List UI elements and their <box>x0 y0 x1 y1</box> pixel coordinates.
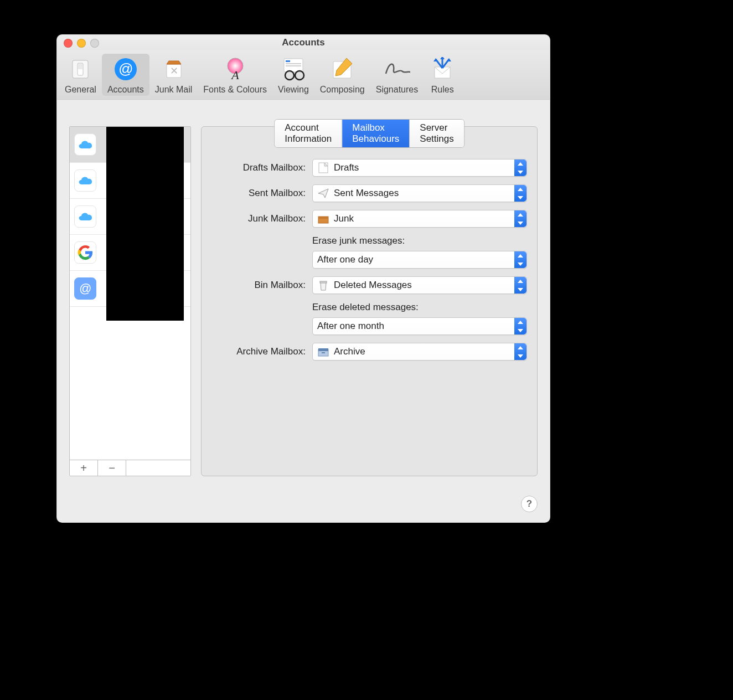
rules-icon <box>429 56 456 83</box>
archive-value: Archive <box>334 346 365 357</box>
drafts-mailbox-select[interactable]: Drafts <box>312 159 527 177</box>
paper-plane-icon <box>317 187 329 199</box>
toolbar-signatures[interactable]: Signatures <box>370 54 424 96</box>
at-icon: @ <box>112 56 139 83</box>
stepper-icon <box>514 251 526 268</box>
erase-junk-row: After one day <box>211 251 527 269</box>
sent-value: Sent Messages <box>334 188 399 199</box>
archive-icon <box>317 346 329 358</box>
accounts-sidebar: @ + − <box>69 126 191 476</box>
svg-rect-11 <box>286 63 301 64</box>
close-window-button[interactable] <box>64 39 73 48</box>
junk-value: Junk <box>334 213 354 224</box>
erase-junk-value: After one day <box>317 254 373 265</box>
sent-mailbox-select[interactable]: Sent Messages <box>312 184 527 202</box>
window-title: Accounts <box>282 37 324 48</box>
mailbox-behaviours-form: Drafts Mailbox: Drafts Sent Mailbox: <box>211 159 527 368</box>
junk-box-icon <box>317 213 329 225</box>
google-icon <box>74 241 96 264</box>
icloud-icon <box>74 205 96 228</box>
archive-mailbox-select[interactable]: Archive <box>312 343 527 361</box>
generic-at-icon: @ <box>74 277 96 300</box>
drafts-row: Drafts Mailbox: Drafts <box>211 159 527 177</box>
content-area: @ + − Account Information Mailbox Behavi… <box>57 110 550 522</box>
toolbar-composing[interactable]: Composing <box>314 54 370 96</box>
compose-icon <box>329 56 355 83</box>
zoom-window-button[interactable] <box>90 39 99 48</box>
bin-row: Bin Mailbox: Deleted Messages <box>211 276 527 294</box>
svg-text:@: @ <box>118 60 133 77</box>
tab-account-information[interactable]: Account Information <box>275 120 342 147</box>
toolbar-label: Junk Mail <box>155 85 193 95</box>
drafts-value: Drafts <box>334 162 359 173</box>
stepper-icon <box>514 159 526 176</box>
icloud-icon <box>74 169 96 192</box>
svg-text:A: A <box>230 68 239 81</box>
recycle-bin-icon: ✕ <box>161 56 187 83</box>
svg-marker-18 <box>440 57 445 59</box>
plus-icon: + <box>80 462 87 475</box>
junk-row: Junk Mailbox: Junk <box>211 210 527 228</box>
erase-deleted-label: Erase deleted messages: <box>312 302 527 313</box>
signature-icon <box>384 56 410 83</box>
svg-rect-2 <box>78 64 82 69</box>
erase-deleted-value: After one month <box>317 321 384 332</box>
bin-label: Bin Mailbox: <box>211 280 312 291</box>
stepper-icon <box>514 210 526 227</box>
add-account-button[interactable]: + <box>70 460 98 476</box>
stepper-icon <box>514 185 526 202</box>
stepper-icon <box>514 318 526 334</box>
svg-marker-17 <box>433 58 438 61</box>
toolbar-label: Accounts <box>107 85 144 95</box>
toolbar-rules[interactable]: Rules <box>424 54 461 96</box>
erase-junk-label: Erase junk messages: <box>312 235 527 246</box>
remove-account-button[interactable]: − <box>98 460 126 476</box>
toolbar-general[interactable]: General <box>59 54 102 96</box>
drafts-label: Drafts Mailbox: <box>211 162 312 173</box>
sent-row: Sent Mailbox: Sent Messages <box>211 184 527 202</box>
erase-deleted-row: After one month <box>211 317 527 335</box>
glasses-icon <box>280 56 307 83</box>
svg-rect-22 <box>318 217 328 219</box>
erase-deleted-select[interactable]: After one month <box>312 317 527 335</box>
minus-icon: − <box>109 462 115 475</box>
drafts-icon <box>317 162 329 174</box>
svg-rect-12 <box>286 65 301 66</box>
sent-label: Sent Mailbox: <box>211 188 312 199</box>
toolbar-fonts[interactable]: A Fonts & Colours <box>198 54 272 96</box>
toolbar-viewing[interactable]: Viewing <box>272 54 314 96</box>
svg-rect-23 <box>320 281 327 283</box>
sidebar-footer: + − <box>70 460 190 476</box>
account-settings-panel: Account Information Mailbox Behaviours S… <box>201 126 538 476</box>
svg-rect-25 <box>318 348 328 351</box>
bin-value: Deleted Messages <box>334 280 412 291</box>
switch-icon <box>67 56 94 83</box>
account-tabs: Account Information Mailbox Behaviours S… <box>274 119 464 148</box>
toolbar-label: Rules <box>431 85 454 95</box>
stepper-icon <box>514 277 526 294</box>
preferences-toolbar: General @ Accounts ✕ Junk Mail <box>57 50 550 100</box>
fonts-colours-icon: A <box>222 56 249 83</box>
tab-server-settings[interactable]: Server Settings <box>410 120 463 147</box>
help-button[interactable]: ? <box>521 496 538 512</box>
junk-mailbox-select[interactable]: Junk <box>312 210 527 228</box>
toolbar-label: Fonts & Colours <box>203 85 267 95</box>
toolbar-junkmail[interactable]: ✕ Junk Mail <box>149 54 198 96</box>
tab-mailbox-behaviours[interactable]: Mailbox Behaviours <box>342 120 410 147</box>
svg-rect-26 <box>322 352 325 353</box>
trash-icon <box>317 279 329 291</box>
help-icon: ? <box>526 498 532 509</box>
junk-label: Junk Mailbox: <box>211 213 312 224</box>
minimize-window-button[interactable] <box>77 39 86 48</box>
bin-mailbox-select[interactable]: Deleted Messages <box>312 276 527 294</box>
window-controls <box>64 39 99 48</box>
svg-marker-19 <box>447 58 451 61</box>
toolbar-accounts[interactable]: @ Accounts <box>102 54 149 96</box>
preferences-window: Accounts General @ Accounts ✕ Junk Mail <box>56 34 550 523</box>
svg-rect-10 <box>286 60 290 62</box>
erase-junk-select[interactable]: After one day <box>312 251 527 269</box>
icloud-icon <box>74 133 96 156</box>
stepper-icon <box>514 343 526 360</box>
archive-label: Archive Mailbox: <box>211 346 312 357</box>
svg-text:✕: ✕ <box>169 65 178 76</box>
